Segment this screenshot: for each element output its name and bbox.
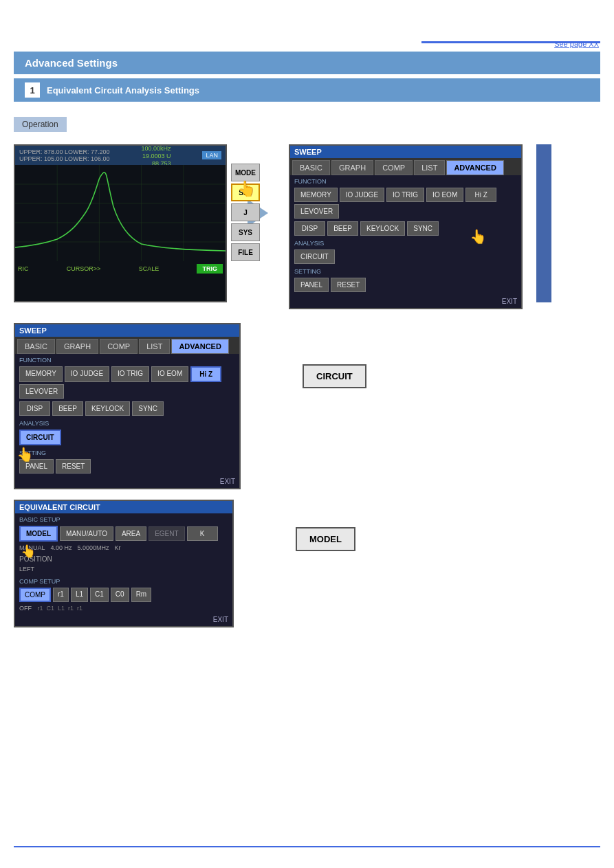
tab-advanced-top[interactable]: ADVANCED xyxy=(446,160,504,175)
bottom-decorative-line xyxy=(14,846,600,847)
val-freq-low: 4.00 Hz xyxy=(51,544,72,551)
exit-btn-equiv[interactable]: EXIT xyxy=(15,613,232,626)
btn-ioeom-bottom[interactable]: IO EOM xyxy=(151,366,188,382)
tab-graph-bottom[interactable]: GRAPH xyxy=(56,339,98,354)
function-buttons-row1-bottom: MEMORY IO JUDGE IO TRIG IO EOM Hi Z LEVO… xyxy=(15,365,239,400)
btn-k[interactable]: K xyxy=(187,526,218,541)
sweep-panel-top: SWEEP BASIC GRAPH COMP LIST ADVANCED FUN… xyxy=(289,144,523,309)
tab-basic-top[interactable]: BASIC xyxy=(292,160,330,175)
exit-btn-bottom[interactable]: EXIT xyxy=(15,475,239,488)
btn-keylock-bottom[interactable]: KEYLOCK xyxy=(85,401,130,416)
softkey-file[interactable]: FILE xyxy=(231,243,260,261)
section-function-top: FUNCTION xyxy=(290,175,521,186)
btn-disp-bottom[interactable]: DISP xyxy=(19,401,50,416)
btn-area[interactable]: AREA xyxy=(116,526,146,541)
tab-list-bottom[interactable]: LIST xyxy=(139,339,170,354)
btn-reset-top[interactable]: RESET xyxy=(331,278,366,292)
circuit-standalone-button[interactable]: CIRCUIT xyxy=(303,364,366,388)
sweep-title-bottom: SWEEP xyxy=(15,324,239,337)
tab-graph-top[interactable]: GRAPH xyxy=(331,160,373,175)
setting-buttons-top: PANEL RESET xyxy=(290,276,521,293)
tab-list-top[interactable]: LIST xyxy=(414,160,445,175)
osc-footer-left: RIC xyxy=(18,265,29,272)
top-screen-row: UPPER: 878.00 LOWER: 77.200 UPPER: 105.0… xyxy=(14,144,600,309)
btn-reset-bottom[interactable]: RESET xyxy=(56,459,91,474)
osc-freq: 100.00kHz xyxy=(142,145,171,152)
btn-levover-top[interactable]: LEVOVER xyxy=(294,204,339,219)
equiv-basic-section: BASIC SETUP xyxy=(15,513,232,524)
softkey-sys[interactable]: SYS xyxy=(231,223,260,241)
sweep-tabs-top[interactable]: BASIC GRAPH COMP LIST ADVANCED xyxy=(290,158,521,175)
btn-r1[interactable]: r1 xyxy=(53,588,69,602)
operation-label: Operation xyxy=(14,117,67,132)
hand-pointer-model: 👆 xyxy=(21,544,36,559)
sweep-panel-bottom: SWEEP BASIC GRAPH COMP LIST ADVANCED FUN… xyxy=(14,323,241,489)
section-setting-bottom: SETTING xyxy=(15,447,239,458)
btn-egent[interactable]: EGENT xyxy=(149,526,184,541)
position-section: POSITION xyxy=(15,554,232,564)
btn-circuit-bottom[interactable]: CIRCUIT xyxy=(19,430,61,445)
btn-levover-bottom[interactable]: LEVOVER xyxy=(19,384,64,399)
btn-manu-auto[interactable]: MANU/AUTO xyxy=(60,526,113,541)
btn-disp-top[interactable]: DISP xyxy=(294,221,325,236)
btn-comp[interactable]: COMP xyxy=(19,588,51,602)
tab-basic-bottom[interactable]: BASIC xyxy=(17,339,55,354)
btn-iotrig-bottom[interactable]: IO TRIG xyxy=(111,366,149,382)
btn-beep-bottom[interactable]: BEEP xyxy=(52,401,83,416)
osc-footer: RIC CURSOR>> SCALE TRIG xyxy=(15,261,226,276)
tab-comp-bottom[interactable]: COMP xyxy=(100,339,138,354)
val-kr: Kr xyxy=(115,544,121,551)
trig-button[interactable]: TRIG xyxy=(197,264,223,274)
btn-model[interactable]: MODEL xyxy=(19,526,58,542)
tab-comp-top[interactable]: COMP xyxy=(375,160,413,175)
sweep-tabs-bottom[interactable]: BASIC GRAPH COMP LIST ADVANCED xyxy=(15,337,239,354)
btn-sync-bottom[interactable]: SYNC xyxy=(132,401,164,416)
function-buttons-row2-bottom: DISP BEEP KEYLOCK SYNC xyxy=(15,400,239,417)
osc-graph xyxy=(15,165,226,261)
osc-footer-scale: SCALE xyxy=(139,265,160,272)
osc-softkeys: MODE SET J SYS FILE xyxy=(231,164,260,261)
function-buttons-row1-top: MEMORY IO JUDGE IO TRIG IO EOM Hi Z LEVO… xyxy=(290,186,521,220)
section-setting-top: SETTING xyxy=(290,265,521,276)
equiv-values-row: MANUAL 4.00 Hz 5.0000MHz Kr xyxy=(15,543,232,554)
model-standalone-area: MODEL xyxy=(296,527,355,551)
btn-memory-bottom[interactable]: MEMORY xyxy=(19,366,63,382)
softkey-mode[interactable]: MODE xyxy=(231,164,260,181)
osc-wrapper: UPPER: 878.00 LOWER: 77.200 UPPER: 105.0… xyxy=(14,144,227,302)
side-label-blue xyxy=(536,144,551,302)
off-label: OFF r1 C1 L1 r1 r1 xyxy=(15,603,232,613)
hand-pointer-circuit: 👆 xyxy=(17,446,34,463)
btn-c1[interactable]: C1 xyxy=(90,588,109,602)
comp-buttons-row: COMP r1 L1 C1 C0 Rm xyxy=(15,586,232,603)
section-analysis-bottom: ANALYSIS xyxy=(15,417,239,428)
btn-c0[interactable]: C0 xyxy=(111,588,129,602)
btn-sync-top[interactable]: SYNC xyxy=(407,221,439,236)
section-header-text: Advanced Settings xyxy=(25,57,118,69)
btn-beep-top[interactable]: BEEP xyxy=(327,221,358,236)
oscilloscope-screen: UPPER: 878.00 LOWER: 77.200 UPPER: 105.0… xyxy=(14,144,227,302)
btn-memory-top[interactable]: MEMORY xyxy=(294,188,338,202)
third-row: EQUIVALENT CIRCUIT BASIC SETUP MODEL 👆 M… xyxy=(14,500,600,627)
position-value: LEFT xyxy=(19,566,34,572)
exit-btn-top[interactable]: EXIT xyxy=(290,295,521,308)
btn-l1[interactable]: L1 xyxy=(71,588,88,602)
btn-keylock-top[interactable]: KEYLOCK xyxy=(360,221,405,236)
hand-pointer-set: 👆 xyxy=(237,180,256,198)
btn-hiz-bottom[interactable]: Hi Z xyxy=(190,366,221,382)
btn-panel-top[interactable]: PANEL xyxy=(294,278,329,292)
comp-setup-section: COMP SETUP xyxy=(15,575,232,586)
btn-ioeom-top[interactable]: IO EOM xyxy=(426,188,463,202)
tab-advanced-bottom[interactable]: ADVANCED xyxy=(171,339,229,354)
btn-rm[interactable]: Rm xyxy=(131,588,152,602)
btn-iojudge-top[interactable]: IO JUDGE xyxy=(340,188,384,202)
model-standalone-button[interactable]: MODEL xyxy=(296,527,355,551)
btn-iojudge-bottom[interactable]: IO JUDGE xyxy=(65,366,109,382)
softkey-j[interactable]: J xyxy=(231,203,260,221)
hand-pointer-advanced: 👆 xyxy=(470,228,487,245)
btn-hiz-top[interactable]: Hi Z xyxy=(465,188,496,202)
btn-circuit-top[interactable]: CIRCUIT xyxy=(294,249,335,264)
equiv-buttons-row1: MODEL 👆 MANU/AUTO AREA EGENT K xyxy=(15,524,232,543)
btn-iotrig-top[interactable]: IO TRIG xyxy=(386,188,424,202)
sub-header-text: Equivalent Circuit Analysis Settings xyxy=(47,85,199,96)
section-function-bottom: FUNCTION xyxy=(15,354,239,365)
